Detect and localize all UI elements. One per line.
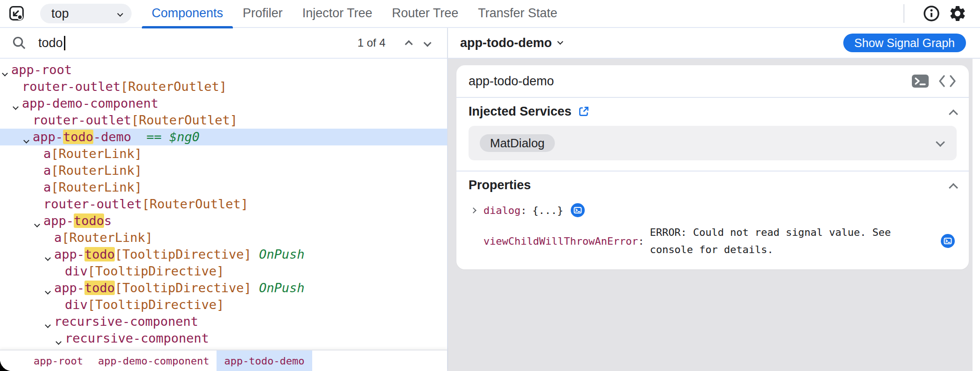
tree-row[interactable]: a[RouterLink] [0,145,447,162]
tree-node-text: -demo [93,130,131,144]
info-icon[interactable] [920,2,943,25]
tree-row[interactable]: app-todo[TooltipDirective] OnPush [0,280,447,296]
properties-title: Properties [469,178,531,192]
breadcrumb-item-app-todo-demo[interactable]: app-todo-demo [217,350,312,371]
tab-router-tree[interactable]: Router Tree [382,0,469,27]
toolbar-right [903,2,980,25]
tree-node-text: app-demo-component [22,96,159,110]
tree-row[interactable]: app-root [0,62,447,78]
breadcrumb-item-app-root[interactable]: app-root [26,350,91,371]
details-panel: app-todo-demo Show Signal Graph app-todo… [448,28,980,371]
tree-row[interactable]: div[TooltipDirective] [0,296,447,313]
service-chip[interactable]: MatDialog [480,134,555,152]
search-icon [11,35,27,51]
tree-node-text: todo [84,281,115,295]
tree-node-text: $ng0 [169,130,200,144]
chevron-down-icon [117,11,123,17]
property-row-viewChildWillThrowAnError[interactable]: viewChildWillThrowAnError:ERROR: Could n… [471,224,957,258]
tree-node-text: app- [33,130,63,144]
tab-profiler[interactable]: Profiler [233,0,293,27]
breadcrumb: app-rootapp-demo-componentapp-todo-demo [0,350,447,371]
search-input[interactable]: todo [38,36,357,50]
tree-row[interactable]: div[TooltipDirective] [0,263,447,280]
tree-node-text: a [43,180,51,194]
show-signal-graph-button[interactable]: Show Signal Graph [843,34,966,52]
injected-services-header: Injected Services [456,98,969,125]
inspect-element-icon[interactable] [7,4,26,23]
tree-node-text: router-outlet [33,113,131,127]
tree-node-text: div [65,264,88,278]
devtools-toolbar: top ComponentsProfilerInjector TreeRoute… [0,0,980,28]
property-colon: : [638,235,644,247]
tree-node-text: recursive-component [65,331,209,345]
tree-node-text: app- [54,247,84,261]
terminal-icon[interactable] [911,74,930,89]
scrollbar-track[interactable] [973,59,980,371]
tree-node-text: [RouterOutlet] [131,113,238,127]
component-tree-panel: todo 1 of 4 app-rootrouter-outlet[Router… [0,28,448,371]
selected-component-title[interactable]: app-todo-demo [460,36,552,50]
property-value: ERROR: Could not read signal value. See … [650,224,940,258]
property-name: viewChildWillThrowAnError [483,235,638,247]
tree-row[interactable]: a[RouterLink] [0,229,447,246]
tree-row[interactable]: router-outlet[RouterOutlet] [0,112,447,129]
tree-node-text: recursive-component [54,314,198,329]
property-row-dialog[interactable]: dialog:{...} [471,199,957,221]
terminal-circle-icon[interactable] [570,202,586,218]
code-icon[interactable] [938,74,957,88]
gear-icon[interactable] [946,2,969,25]
tree-node-text: router-outlet [22,79,120,94]
tree-node-text: a [43,163,51,178]
text-caret [64,36,65,50]
tree-node-text: [RouterLink] [51,163,142,178]
chevron-right-icon[interactable] [471,208,483,213]
tree-node-text: [RouterOutlet] [120,79,227,94]
tree-node-text: OnPush [252,281,305,295]
tree-row[interactable]: router-outlet[RouterOutlet] [0,78,447,95]
tree-row[interactable]: app-demo-component [0,95,447,112]
external-link-icon[interactable] [577,105,590,118]
search-bar: todo 1 of 4 [0,28,447,59]
tree-node-text: a [43,146,51,161]
tree-node-text: s [104,213,112,228]
component-tree: app-rootrouter-outlet[RouterOutlet]app-d… [0,59,447,350]
properties-header: Properties [456,172,969,199]
chevron-up-icon[interactable] [399,34,418,52]
tree-node-text: todo [74,213,104,228]
chevron-down-icon[interactable] [418,34,437,52]
tree-node-text: [TooltipDirective] [88,264,224,278]
injected-services-title: Injected Services [469,104,572,119]
tree-node-text: [RouterOutlet] [142,197,248,211]
tree-row[interactable]: a[RouterLink] [0,162,447,179]
tree-node-text: app-root [11,62,72,77]
injected-services-box: MatDialog [469,126,957,160]
toolbar-divider [903,4,904,23]
terminal-circle-icon[interactable] [940,233,956,249]
property-value: {...} [532,205,563,216]
details-content: app-todo-demo [448,59,980,371]
tree-row[interactable]: recursive-component [0,330,447,347]
tree-row[interactable]: recursive-component [0,313,447,330]
frame-selector[interactable]: top [40,4,132,23]
tree-row[interactable]: app-todo[TooltipDirective] OnPush [0,246,447,263]
tree-node-text: [RouterLink] [62,230,153,245]
chevron-up-icon[interactable] [949,183,958,192]
tree-node-text: == [131,130,169,144]
tree-node-text: [RouterLink] [51,180,142,194]
tab-injector-tree[interactable]: Injector Tree [293,0,382,27]
tree-node-text: app- [43,213,74,228]
tree-row[interactable]: router-outlet[RouterOutlet] [0,196,447,213]
tree-row[interactable]: a[RouterLink] [0,179,447,196]
tree-row[interactable]: app-todos [0,213,447,229]
tree-node-text: [TooltipDirective] [115,247,252,261]
chevron-down-icon[interactable] [558,39,564,45]
component-card-title: app-todo-demo [469,74,554,89]
tree-row[interactable]: app-todo-demo == $ng0 [0,129,447,145]
breadcrumb-item-app-demo-component[interactable]: app-demo-component [91,350,217,371]
chevron-up-icon[interactable] [949,110,958,119]
tab-transfer-state[interactable]: Transfer State [468,0,567,27]
tree-node-text: [TooltipDirective] [88,297,224,312]
chevron-down-icon[interactable] [936,137,945,147]
frame-selector-value: top [51,7,69,21]
tab-components[interactable]: Components [142,0,233,27]
